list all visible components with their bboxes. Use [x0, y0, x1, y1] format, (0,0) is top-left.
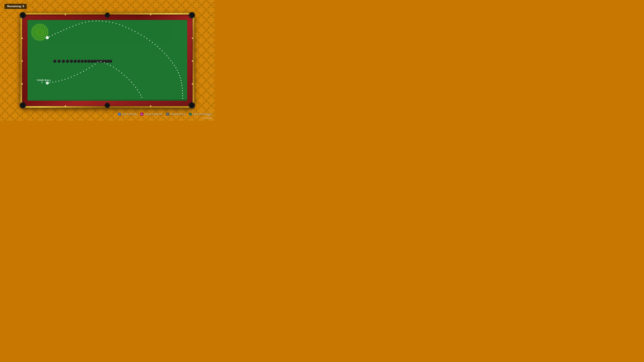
svg-point-105	[80, 60, 84, 63]
enter-shot-label: Enter Shot Mode	[122, 113, 137, 115]
svg-point-36	[55, 33, 56, 34]
svg-point-98	[66, 60, 68, 61]
svg-point-129	[49, 82, 50, 83]
svg-point-163	[142, 97, 142, 98]
svg-point-66	[149, 40, 150, 41]
svg-point-33	[46, 37, 47, 38]
svg-point-39	[64, 29, 64, 30]
pool-table: YOUR BALL	[24, 16, 191, 105]
svg-point-142	[89, 67, 90, 68]
svg-point-156	[129, 79, 130, 80]
svg-point-112	[91, 60, 92, 61]
svg-point-139	[80, 72, 81, 73]
svg-point-31	[31, 23, 49, 41]
svg-point-57	[122, 25, 123, 26]
svg-point-111	[90, 60, 93, 63]
svg-rect-22	[28, 20, 187, 99]
svg-point-147	[104, 62, 105, 63]
svg-point-99	[70, 60, 73, 63]
svg-text:YOUR BALL: YOUR BALL	[37, 79, 51, 81]
svg-point-28	[38, 31, 41, 33]
svg-point-114	[94, 60, 95, 61]
svg-point-146	[100, 61, 101, 62]
svg-point-46	[85, 22, 86, 23]
svg-point-24	[32, 25, 47, 40]
svg-point-94	[58, 60, 59, 61]
svg-point-120	[102, 60, 103, 61]
svg-point-144	[94, 64, 96, 64]
svg-point-25	[34, 26, 46, 38]
svg-rect-23	[28, 20, 187, 99]
svg-point-137	[74, 75, 75, 76]
svg-point-87	[182, 90, 183, 91]
svg-point-49	[96, 21, 96, 21]
svg-point-115	[96, 60, 99, 63]
svg-point-88	[182, 93, 183, 94]
svg-point-162	[140, 94, 141, 95]
svg-point-82	[180, 77, 181, 78]
svg-point-55	[116, 23, 116, 24]
svg-point-92	[54, 60, 55, 61]
svg-point-136	[71, 77, 72, 77]
svg-point-152	[118, 70, 120, 71]
svg-point-110	[88, 60, 89, 61]
svg-point-125	[109, 60, 112, 63]
svg-point-100	[70, 60, 71, 61]
svg-point-38	[60, 31, 62, 32]
svg-point-74	[168, 58, 170, 58]
pocket-bottom-right	[189, 102, 195, 108]
svg-point-29	[39, 32, 40, 33]
svg-point-40	[66, 28, 67, 29]
svg-point-63	[141, 34, 142, 35]
svg-point-157	[131, 82, 132, 83]
svg-point-72	[164, 53, 165, 54]
svg-point-106	[81, 60, 82, 61]
svg-point-37	[58, 32, 58, 33]
svg-point-47	[88, 21, 90, 22]
svg-point-43	[76, 25, 76, 25]
svg-point-61	[134, 31, 135, 32]
svg-point-75	[170, 60, 171, 61]
svg-point-56	[119, 24, 120, 25]
svg-point-123	[107, 60, 110, 63]
pocket-top-left	[20, 12, 26, 18]
remaining-label: Remaining:	[7, 5, 22, 8]
svg-point-89	[182, 95, 183, 96]
svg-point-85	[182, 85, 182, 86]
table-rail: YOUR BALL	[22, 14, 192, 106]
svg-point-141	[86, 69, 87, 70]
svg-point-97	[66, 60, 69, 63]
remaining-counter: Remaining: 9	[4, 4, 27, 9]
svg-point-118	[99, 60, 100, 61]
change-perspective-label: Change Perspective	[144, 113, 162, 115]
svg-point-80	[178, 72, 179, 73]
svg-point-83	[180, 80, 182, 81]
svg-point-53	[109, 22, 110, 22]
table-felt: YOUR BALL	[28, 20, 187, 101]
svg-point-50	[99, 21, 100, 21]
svg-point-104	[78, 60, 79, 61]
svg-point-103	[77, 60, 80, 63]
svg-point-90	[182, 98, 183, 99]
svg-point-34	[49, 36, 50, 37]
svg-point-93	[58, 60, 60, 63]
svg-point-60	[132, 29, 132, 30]
svg-point-79	[177, 70, 178, 70]
svg-point-124	[107, 60, 108, 61]
remaining-count: 9	[23, 5, 24, 8]
svg-point-148	[107, 63, 108, 64]
svg-point-131	[55, 81, 56, 82]
svg-point-67	[152, 42, 153, 43]
svg-point-71	[162, 51, 163, 51]
svg-point-32	[46, 36, 49, 39]
svg-point-77	[174, 65, 175, 66]
svg-point-81	[179, 75, 180, 76]
billiard-balls-row	[53, 60, 112, 63]
svg-point-58	[125, 27, 126, 27]
bottom-hud: ✕ Enter Shot Mode ■ Change Perspective L…	[118, 113, 211, 116]
svg-point-135	[68, 78, 68, 79]
svg-point-133	[62, 80, 62, 80]
svg-point-138	[77, 74, 78, 75]
svg-marker-165	[42, 82, 42, 83]
svg-point-91	[53, 60, 56, 63]
